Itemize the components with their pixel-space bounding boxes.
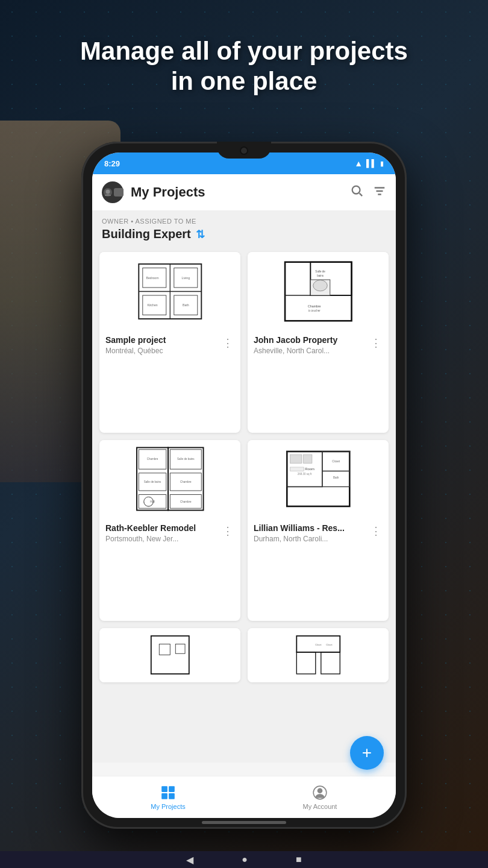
headline-line2: in one place <box>171 67 318 95</box>
project-name-3: Rath-Keebler Remodel <box>105 523 196 533</box>
svg-text:Salle de bains: Salle de bains <box>177 458 195 461</box>
project-info-2: John Jacob Property Asheville, North Car… <box>248 330 389 360</box>
filter-label: OWNER • ASSIGNED TO ME <box>102 218 386 225</box>
floorplan-6: Closet Closet <box>255 631 382 679</box>
projects-grid: Bedroom Living Kitchen Bath Sample proje… <box>92 245 396 763</box>
project-name-4: Lillian Williams - Res... <box>254 523 345 533</box>
project-info-1: Sample project Montréal, Québec ⋮ <box>99 330 240 360</box>
camera-icon <box>102 186 114 198</box>
svg-text:Chambre: Chambre <box>308 304 321 307</box>
svg-text:Chambre: Chambre <box>146 458 158 461</box>
project-card-3[interactable]: Chambre Salle de bains Salle de bains Ch… <box>99 440 240 621</box>
svg-text:Bath: Bath <box>183 303 189 306</box>
profile-avatar[interactable] <box>102 181 124 203</box>
nav-item-my-projects[interactable]: My Projects <box>92 785 244 810</box>
project-thumbnail-4: Living Room 268.30 sq ft Closet Bath <box>248 440 389 518</box>
svg-text:Closet: Closet <box>326 644 332 646</box>
svg-rect-64 <box>169 793 175 799</box>
svg-rect-50 <box>290 467 304 471</box>
floorplan-2: Salle de bains Chambre à coucher <box>255 256 382 327</box>
project-thumbnail-5 <box>99 628 240 682</box>
filter-section: OWNER • ASSIGNED TO ME Building Expert ⇅ <box>92 210 396 245</box>
project-thumbnail-3: Chambre Salle de bains Salle de bains Ch… <box>99 440 240 518</box>
phone-screen: 8:29 ▲ ▌▌ ▮ My Projects <box>92 153 396 818</box>
project-thumbnail-1: Bedroom Living Kitchen Bath <box>99 252 240 330</box>
search-icon[interactable] <box>350 184 363 201</box>
svg-text:à coucher: à coucher <box>308 309 321 312</box>
svg-point-66 <box>318 788 323 793</box>
more-btn-3[interactable]: ⋮ <box>221 523 234 539</box>
svg-rect-49 <box>303 455 311 464</box>
filter-icon[interactable] <box>373 184 386 201</box>
project-location-4: Durham, North Caroli... <box>254 535 345 543</box>
svg-rect-61 <box>161 786 167 792</box>
project-thumbnail-2: Salle de bains Chambre à coucher <box>248 252 389 330</box>
camera-dot <box>240 146 248 155</box>
svg-rect-48 <box>290 455 302 464</box>
fab-icon: + <box>362 743 372 763</box>
project-info-4: Lillian Williams - Res... Durham, North … <box>248 518 389 548</box>
project-name-2: John Jacob Property <box>254 335 337 345</box>
project-card-5[interactable] <box>99 628 240 682</box>
svg-text:Salle de bains: Salle de bains <box>144 480 161 483</box>
wifi-icon: ▲ <box>354 159 363 168</box>
svg-rect-63 <box>161 793 167 799</box>
svg-rect-54 <box>159 644 170 655</box>
svg-rect-55 <box>175 644 185 654</box>
home-button[interactable]: ● <box>242 854 248 865</box>
headline: Manage all of your projects in one place <box>0 36 488 97</box>
app-bar-actions <box>350 184 386 201</box>
add-project-fab[interactable]: + <box>350 736 384 770</box>
svg-text:Chambre: Chambre <box>180 500 192 503</box>
signal-icon: ▌▌ <box>366 159 377 168</box>
nav-item-my-account[interactable]: My Account <box>244 785 396 810</box>
back-button[interactable]: ◀ <box>186 854 193 866</box>
svg-text:Hall: Hall <box>150 500 155 503</box>
project-card-6[interactable]: Closet Closet <box>248 628 389 682</box>
phone-notch <box>217 142 271 159</box>
status-time: 8:29 <box>104 159 120 168</box>
filter-value-text: Building Expert <box>102 227 191 241</box>
project-location-2: Asheville, North Carol... <box>254 347 337 355</box>
project-location-3: Portsmouth, New Jer... <box>105 535 196 543</box>
svg-rect-62 <box>169 786 175 792</box>
system-nav: ◀ ● ■ <box>0 851 488 868</box>
project-info-3: Rath-Keebler Remodel Portsmouth, New Jer… <box>99 518 240 548</box>
phone-device: 8:29 ▲ ▌▌ ▮ My Projects <box>81 142 407 829</box>
status-icons: ▲ ▌▌ ▮ <box>354 159 384 168</box>
svg-text:Chambre: Chambre <box>180 480 192 483</box>
floorplan-3: Chambre Salle de bains Salle de bains Ch… <box>107 444 234 514</box>
svg-text:Bedroom: Bedroom <box>146 275 158 279</box>
svg-text:Living: Living <box>181 275 190 279</box>
project-card-2[interactable]: Salle de bains Chambre à coucher John Ja… <box>248 252 389 433</box>
grid-icon <box>160 785 176 800</box>
project-text-3: Rath-Keebler Remodel Portsmouth, New Jer… <box>105 523 196 543</box>
nav-label-my-projects: My Projects <box>151 803 185 810</box>
svg-point-21 <box>313 280 327 291</box>
more-btn-1[interactable]: ⋮ <box>221 335 234 351</box>
floorplan-4: Living Room 268.30 sq ft Closet Bath <box>255 444 382 514</box>
recents-button[interactable]: ■ <box>296 854 302 865</box>
project-card-4[interactable]: Living Room 268.30 sq ft Closet Bath Lil… <box>248 440 389 621</box>
project-thumbnail-6: Closet Closet <box>248 628 389 682</box>
svg-line-3 <box>360 193 363 197</box>
project-location-1: Montréal, Québec <box>105 347 166 355</box>
svg-rect-58 <box>321 652 340 674</box>
svg-point-1 <box>106 190 110 194</box>
nav-label-my-account: My Account <box>303 803 337 810</box>
account-icon <box>312 785 328 800</box>
bottom-nav: My Projects My Account <box>92 776 396 818</box>
headline-line1: Manage all of your projects <box>80 37 408 65</box>
project-card-1[interactable]: Bedroom Living Kitchen Bath Sample proje… <box>99 252 240 433</box>
svg-text:Salle de: Salle de <box>315 270 325 273</box>
svg-text:Kitchen: Kitchen <box>147 303 157 306</box>
app-title: My Projects <box>131 184 350 200</box>
svg-text:Closet: Closet <box>332 461 340 464</box>
filter-value[interactable]: Building Expert ⇅ <box>102 227 386 241</box>
phone-home-indicator <box>202 821 286 824</box>
more-btn-2[interactable]: ⋮ <box>369 335 383 351</box>
app-bar: My Projects <box>92 174 396 210</box>
project-text-1: Sample project Montréal, Québec <box>105 335 166 355</box>
more-btn-4[interactable]: ⋮ <box>369 523 383 539</box>
floorplan-1: Bedroom Living Kitchen Bath <box>107 256 234 327</box>
